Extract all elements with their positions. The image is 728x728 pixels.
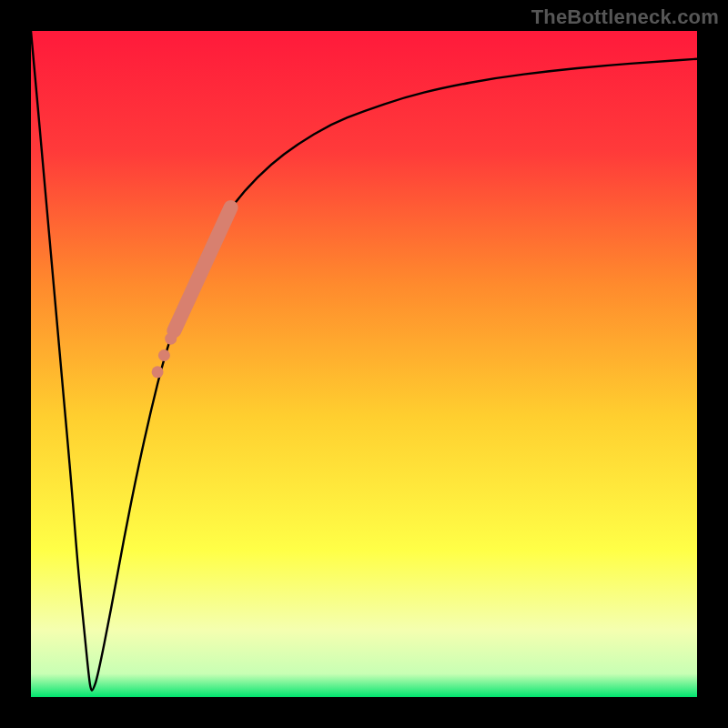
highlight-dot <box>158 349 170 361</box>
highlight-dot <box>165 333 177 345</box>
gradient-background <box>31 31 697 697</box>
watermark-text: TheBottleneck.com <box>531 5 719 29</box>
plot-area <box>31 31 697 697</box>
chart-frame: TheBottleneck.com <box>0 0 728 728</box>
plot-svg <box>31 31 697 697</box>
highlight-dot <box>152 366 164 378</box>
